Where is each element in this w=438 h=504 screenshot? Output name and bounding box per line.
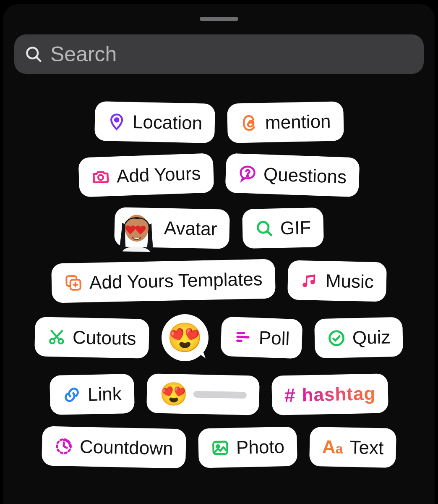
svg-point-3: [98, 175, 103, 180]
heart-eyes-emoji-icon: 😍: [159, 380, 188, 407]
text-aa-icon: Aa: [322, 436, 343, 457]
svg-line-7: [267, 231, 271, 235]
question-bubble-icon: [238, 164, 258, 184]
sticker-countdown[interactable]: Countdown: [42, 426, 186, 468]
search-input[interactable]: [50, 42, 414, 66]
sticker-location[interactable]: Location: [94, 101, 215, 143]
sticker-grid: Location mention Add Yours Ques: [3, 95, 435, 504]
sticker-add-yours[interactable]: Add Yours: [78, 153, 214, 197]
sticker-emoji-slider[interactable]: 😍: [146, 373, 260, 415]
sticker-sheet: Location mention Add Yours Ques: [3, 4, 435, 504]
sheet-grabber[interactable]: [200, 17, 238, 21]
sticker-hashtag[interactable]: # hashtag: [271, 373, 388, 415]
photo-icon: [211, 438, 229, 457]
sticker-label: Add Yours Templates: [89, 268, 263, 293]
sticker-label: Avatar: [164, 218, 217, 240]
sticker-label: Questions: [263, 164, 347, 188]
sticker-label: Add Yours: [116, 163, 201, 186]
sticker-link[interactable]: Link: [50, 374, 135, 415]
sticker-cutouts[interactable]: Cutouts: [34, 317, 149, 359]
scissors-icon: [47, 328, 66, 346]
link-icon: [63, 386, 81, 404]
sticker-text[interactable]: Aa Text: [309, 427, 396, 468]
duplicate-plus-icon: [64, 273, 83, 292]
svg-point-24: [216, 445, 219, 448]
sticker-label: Photo: [236, 436, 284, 458]
sticker-label: mention: [265, 111, 331, 133]
sticker-gif[interactable]: GIF: [242, 207, 324, 249]
sticker-poll[interactable]: Poll: [220, 317, 303, 359]
search-icon: [24, 45, 43, 63]
music-note-icon: [300, 271, 319, 290]
sticker-label: hashtag: [302, 383, 376, 406]
slider-track: [193, 391, 247, 399]
avatar-preview-icon: [113, 206, 160, 253]
sticker-label: Link: [87, 383, 122, 405]
sticker-label: Cutouts: [73, 327, 137, 349]
svg-point-4: [247, 175, 248, 176]
threads-at-icon: [240, 113, 258, 132]
search-icon: [255, 219, 274, 238]
poll-lines-icon: [233, 328, 253, 347]
sticker-questions[interactable]: Questions: [225, 153, 360, 197]
svg-point-2: [115, 118, 118, 121]
sticker-add-yours-templates[interactable]: Add Yours Templates: [51, 259, 275, 303]
sticker-label: Music: [325, 270, 374, 292]
svg-line-1: [36, 57, 40, 61]
sticker-label: GIF: [280, 217, 311, 239]
search-bar[interactable]: [14, 34, 424, 74]
location-pin-icon: [107, 112, 126, 131]
countdown-clock-icon: [55, 437, 73, 456]
hash-symbol-icon: #: [284, 384, 295, 407]
svg-line-17: [237, 337, 248, 337]
sticker-quiz[interactable]: Quiz: [314, 317, 403, 358]
sticker-label: Countdown: [80, 436, 174, 459]
sticker-label: Quiz: [352, 326, 391, 348]
sticker-photo[interactable]: Photo: [198, 427, 297, 468]
svg-line-16: [237, 333, 244, 333]
check-circle-icon: [327, 329, 346, 348]
svg-line-22: [64, 446, 67, 448]
sticker-label: Location: [132, 111, 202, 134]
sticker-label: Poll: [258, 327, 290, 349]
sticker-avatar[interactable]: Avatar: [114, 207, 230, 249]
camera-icon: [91, 167, 110, 186]
heart-eyes-emoji-icon: 😍: [167, 321, 203, 354]
sticker-emoji[interactable]: 😍: [162, 314, 209, 361]
sticker-music[interactable]: Music: [287, 260, 387, 302]
sticker-mention[interactable]: mention: [227, 101, 344, 143]
sticker-label: Text: [349, 437, 384, 459]
